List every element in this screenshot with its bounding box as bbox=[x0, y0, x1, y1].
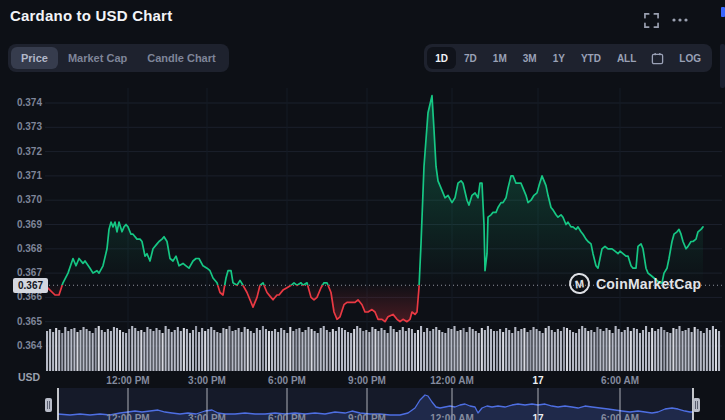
navigator-tick-label: 6:00 AM bbox=[601, 413, 639, 420]
navigator-tick-label: 12:00 AM bbox=[430, 413, 474, 420]
range-1d[interactable]: 1D bbox=[427, 47, 456, 69]
y-axis-unit-label: USD bbox=[18, 371, 40, 383]
coinmarketcap-watermark: M CoinMarketCap bbox=[569, 273, 701, 294]
range-log[interactable]: LOG bbox=[671, 47, 709, 69]
range-3m[interactable]: 3M bbox=[515, 47, 545, 69]
fullscreen-button[interactable] bbox=[641, 10, 661, 30]
y-axis-tick-label: 0.367 bbox=[0, 267, 42, 278]
y-axis-tick-label: 0.374 bbox=[0, 97, 42, 108]
y-axis-tick-label: 0.365 bbox=[0, 316, 42, 327]
fullscreen-icon bbox=[644, 13, 659, 28]
navigator-tick-label: 17 bbox=[532, 413, 543, 420]
x-axis-tick-label: 6:00 AM bbox=[601, 375, 639, 386]
page-title: Cardano to USD Chart bbox=[10, 7, 172, 24]
tab-market-cap[interactable]: Market Cap bbox=[58, 47, 137, 69]
tab-price[interactable]: Price bbox=[11, 47, 58, 69]
time-range-tabs: 1D7D1M3M1YYTDALLLOG bbox=[424, 44, 712, 72]
x-axis-tick-label: 6:00 PM bbox=[268, 375, 306, 386]
navigator-right-handle[interactable] bbox=[693, 398, 700, 412]
y-axis-tick-label: 0.368 bbox=[0, 243, 42, 254]
calendar-icon bbox=[651, 52, 664, 65]
navigator-tick-label: 12:00 PM bbox=[106, 413, 149, 420]
x-axis-tick-label: 9:00 PM bbox=[348, 375, 386, 386]
tab-candle-chart[interactable]: Candle Chart bbox=[137, 47, 225, 69]
y-axis-tick-label: 0.370 bbox=[0, 194, 42, 205]
x-axis-tick-label: 12:00 PM bbox=[106, 375, 149, 386]
clipped-panel-edge bbox=[720, 44, 725, 88]
navigator-left-handle[interactable] bbox=[45, 398, 52, 412]
range-1y[interactable]: 1Y bbox=[545, 47, 573, 69]
chart-panel: Cardano to USD Chart PriceMarket CapCand… bbox=[0, 0, 725, 420]
x-axis-tick-label: 17 bbox=[532, 375, 543, 386]
more-options-button[interactable] bbox=[670, 10, 690, 30]
y-axis-tick-label: 0.373 bbox=[0, 121, 42, 132]
watermark-text: CoinMarketCap bbox=[596, 276, 701, 292]
navigator-tick-label: 6:00 PM bbox=[268, 413, 306, 420]
x-axis-tick-label: 12:00 AM bbox=[430, 375, 474, 386]
range-7d[interactable]: 7D bbox=[456, 47, 485, 69]
y-axis-tick-label: 0.369 bbox=[0, 219, 42, 230]
range-all[interactable]: ALL bbox=[609, 47, 644, 69]
y-axis-tick-label: 0.366 bbox=[0, 291, 42, 302]
navigator-tick-label: 3:00 PM bbox=[188, 413, 226, 420]
y-axis-tick-label: 0.364 bbox=[0, 340, 42, 351]
x-axis-tick-label: 3:00 PM bbox=[188, 375, 226, 386]
y-axis-tick-label: 0.372 bbox=[0, 146, 42, 157]
current-price-badge: 0.367 bbox=[13, 278, 48, 293]
range-1m[interactable]: 1M bbox=[485, 47, 515, 69]
chart-view-tabs: PriceMarket CapCandle Chart bbox=[8, 44, 229, 72]
clipped-button-edge bbox=[721, 7, 725, 17]
coinmarketcap-logo-icon: M bbox=[568, 272, 592, 296]
range-calendar-button[interactable] bbox=[644, 47, 671, 69]
range-ytd[interactable]: YTD bbox=[573, 47, 609, 69]
ellipsis-icon bbox=[672, 18, 688, 22]
y-axis-tick-label: 0.371 bbox=[0, 170, 42, 181]
navigator-tick-label: 9:00 PM bbox=[348, 413, 386, 420]
